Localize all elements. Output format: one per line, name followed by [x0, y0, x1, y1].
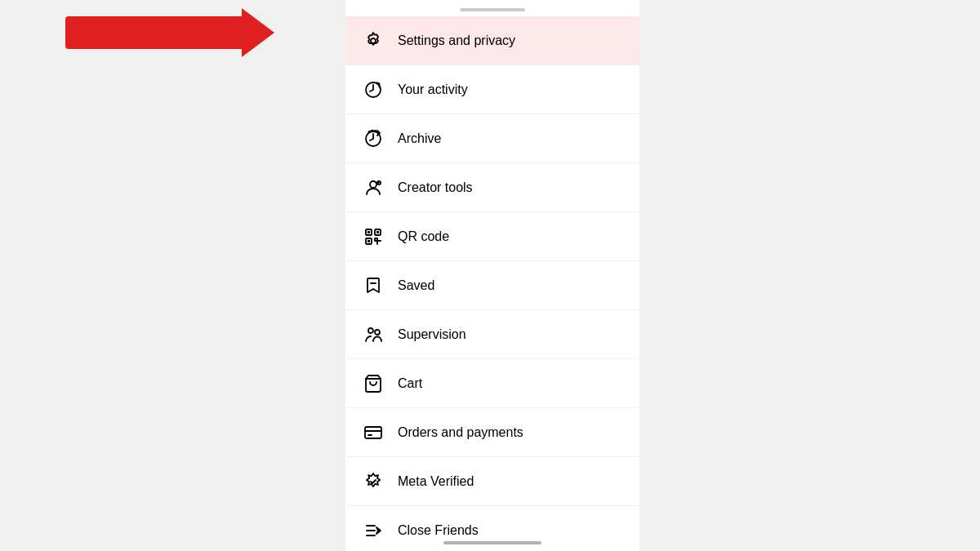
svg-rect-9: [368, 231, 370, 233]
menu-item-orders-payments[interactable]: Orders and payments: [345, 408, 639, 457]
svg-point-3: [370, 181, 376, 188]
qr-code-icon: [362, 225, 385, 248]
cart-icon: [362, 372, 385, 395]
gear-shield-icon: [362, 29, 385, 52]
saved-label: Saved: [398, 278, 434, 293]
menu-item-creator-tools[interactable]: ✓ Creator tools: [345, 163, 639, 212]
top-bar: [345, 0, 639, 13]
archive-icon: [362, 127, 385, 150]
supervision-icon: [362, 323, 385, 346]
menu-item-supervision[interactable]: Supervision: [345, 310, 639, 359]
svg-point-13: [368, 328, 373, 333]
archive-label: Archive: [398, 131, 441, 146]
menu-item-settings-privacy[interactable]: Settings and privacy: [345, 16, 639, 65]
svg-point-14: [375, 330, 380, 335]
menu-item-your-activity[interactable]: Your activity: [345, 65, 639, 114]
qr-code-label: QR code: [398, 229, 449, 244]
svg-rect-10: [376, 231, 379, 233]
meta-verified-label: Meta Verified: [398, 474, 474, 489]
menu-item-meta-verified[interactable]: Meta Verified: [345, 457, 639, 506]
close-friends-label: Close Friends: [398, 523, 479, 538]
menu-item-qr-code[interactable]: QR code: [345, 212, 639, 261]
menu-item-archive[interactable]: Archive: [345, 114, 639, 163]
menu-list: Settings and privacy Your activity: [345, 16, 639, 551]
supervision-label: Supervision: [398, 327, 466, 342]
activity-icon: [362, 78, 385, 101]
drag-indicator: [460, 8, 525, 11]
bottom-home-indicator: [443, 541, 541, 544]
svg-rect-11: [368, 240, 370, 242]
close-friends-icon: [362, 519, 385, 542]
menu-item-cart[interactable]: Cart: [345, 359, 639, 408]
verified-badge-icon: [362, 470, 385, 493]
orders-payments-label: Orders and payments: [398, 425, 523, 440]
creator-tools-icon: ✓: [362, 176, 385, 199]
menu-item-saved[interactable]: Saved: [345, 261, 639, 310]
card-icon: [362, 421, 385, 444]
svg-text:✓: ✓: [378, 181, 381, 185]
bookmark-icon: [362, 274, 385, 297]
settings-privacy-label: Settings and privacy: [398, 33, 515, 48]
svg-marker-23: [376, 527, 380, 534]
svg-rect-16: [365, 427, 381, 438]
phone-screen: Settings and privacy Your activity: [345, 0, 639, 551]
creator-tools-label: Creator tools: [398, 180, 473, 195]
your-activity-label: Your activity: [398, 82, 468, 97]
cart-label: Cart: [398, 376, 422, 391]
red-arrow: [65, 16, 245, 49]
